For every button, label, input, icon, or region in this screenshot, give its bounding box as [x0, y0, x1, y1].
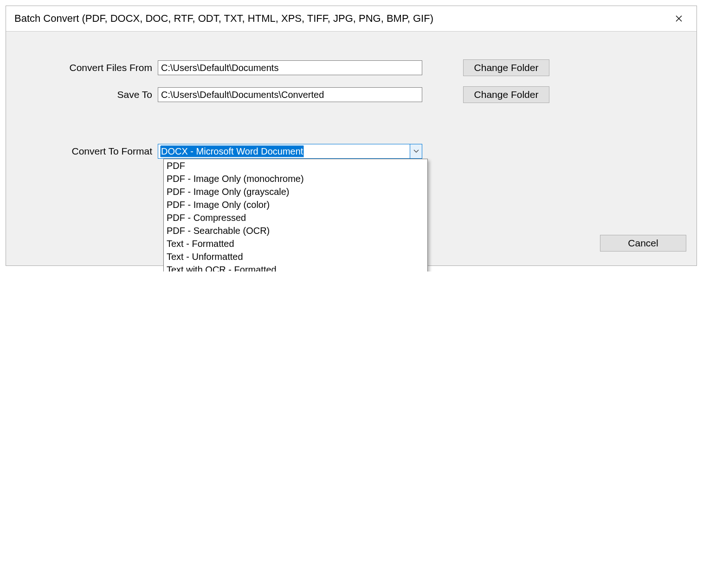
convert-from-row: Convert Files From Change Folder: [16, 59, 686, 76]
combobox-selected-text: DOCX - Microsoft Word Document: [160, 145, 304, 157]
save-to-row: Save To Change Folder: [16, 86, 686, 103]
convert-to-format-label: Convert To Format: [16, 146, 158, 157]
format-option[interactable]: PDF - Image Only (grayscale): [164, 185, 427, 198]
combobox-dropdown-button[interactable]: [410, 144, 422, 158]
format-option[interactable]: PDF - Compressed: [164, 211, 427, 224]
format-option[interactable]: Text - Unformatted: [164, 250, 427, 263]
combobox-value: DOCX - Microsoft Word Document: [158, 144, 410, 158]
format-option[interactable]: Text - Formatted: [164, 237, 427, 250]
window-title: Batch Convert (PDF, DOCX, DOC, RTF, ODT,…: [14, 13, 433, 25]
format-option[interactable]: PDF - Image Only (color): [164, 198, 427, 211]
dialog-body: Convert Files From Change Folder Save To…: [6, 31, 697, 265]
close-icon: [675, 15, 683, 22]
format-option[interactable]: Text with OCR - Formatted: [164, 263, 427, 271]
format-option[interactable]: PDF - Image Only (monochrome): [164, 172, 427, 185]
convert-from-input[interactable]: [158, 60, 422, 75]
close-button[interactable]: [670, 12, 688, 26]
format-option[interactable]: PDF: [164, 159, 427, 172]
chevron-down-icon: [413, 149, 419, 153]
batch-convert-dialog: Batch Convert (PDF, DOCX, DOC, RTF, ODT,…: [6, 6, 697, 266]
format-option[interactable]: PDF - Searchable (OCR): [164, 224, 427, 237]
format-dropdown-list[interactable]: PDFPDF - Image Only (monochrome)PDF - Im…: [163, 159, 428, 271]
save-to-input[interactable]: [158, 87, 422, 102]
change-folder-from-button[interactable]: Change Folder: [463, 59, 549, 76]
cancel-button[interactable]: Cancel: [600, 235, 686, 252]
title-bar: Batch Convert (PDF, DOCX, DOC, RTF, ODT,…: [6, 6, 697, 31]
save-to-label: Save To: [16, 89, 158, 100]
convert-from-label: Convert Files From: [16, 62, 158, 73]
format-combobox[interactable]: DOCX - Microsoft Word Document: [158, 144, 422, 159]
convert-to-row: Convert To Format DOCX - Microsoft Word …: [16, 144, 686, 159]
change-folder-to-button[interactable]: Change Folder: [463, 86, 549, 103]
